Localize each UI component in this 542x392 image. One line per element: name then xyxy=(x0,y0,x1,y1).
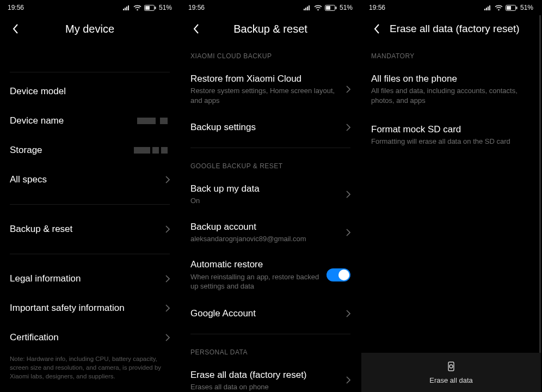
chevron-right-icon xyxy=(165,176,170,183)
row-sub: Erases all data on phone xyxy=(190,382,342,392)
row-backup-my-data[interactable]: Back up my data On xyxy=(181,175,360,213)
row-device-name[interactable]: Device name xyxy=(0,106,180,136)
battery-icon xyxy=(506,5,518,11)
row-label: Backup account xyxy=(190,221,342,233)
chevron-right-icon xyxy=(165,334,170,341)
row-all-files[interactable]: All files on the phone All files and dat… xyxy=(361,65,541,113)
battery-percent: 51% xyxy=(520,4,533,11)
row-label: All specs xyxy=(10,174,161,186)
row-label: Backup settings xyxy=(190,121,342,133)
chevron-right-icon xyxy=(165,275,170,283)
panel-my-device: 19:56 51% My device Device model D xyxy=(0,0,181,392)
row-legal-info[interactable]: Legal information xyxy=(0,264,180,293)
svg-point-12 xyxy=(317,9,319,10)
wifi-icon xyxy=(133,5,141,11)
row-backup-reset[interactable]: Backup & reset xyxy=(0,215,180,244)
status-bar: 19:56 51% xyxy=(0,0,180,15)
row-backup-account[interactable]: Backup account aleksandarognjanovic89@gm… xyxy=(181,213,360,252)
row-certification[interactable]: Certification xyxy=(0,323,180,352)
row-device-model[interactable]: Device model xyxy=(0,77,180,106)
status-time: 19:56 xyxy=(369,4,385,11)
row-label: Device name xyxy=(10,115,137,127)
row-value-redacted xyxy=(137,117,170,126)
row-label: Important safety information xyxy=(10,302,161,314)
row-label: Backup & reset xyxy=(10,223,161,235)
chevron-right-icon xyxy=(165,304,170,312)
status-bar: 19:56 51% xyxy=(361,0,541,15)
row-label: Automatic restore xyxy=(190,259,322,271)
svg-rect-9 xyxy=(305,8,306,10)
row-google-account[interactable]: Google Account xyxy=(181,299,360,328)
status-bar: 19:56 51% xyxy=(181,0,360,15)
svg-rect-14 xyxy=(326,6,330,10)
svg-rect-8 xyxy=(304,9,305,10)
row-label: Certification xyxy=(10,332,161,344)
svg-rect-1 xyxy=(125,8,126,10)
page-title: Erase all data (factory reset) xyxy=(390,23,532,35)
signal-icon xyxy=(123,5,131,10)
section-header-google: GOOGLE BACKUP & RESET xyxy=(181,152,360,175)
svg-point-4 xyxy=(137,9,138,10)
signal-icon xyxy=(484,5,492,10)
battery-percent: 51% xyxy=(340,4,353,11)
svg-rect-2 xyxy=(126,7,127,10)
wifi-icon xyxy=(495,5,503,11)
svg-rect-16 xyxy=(484,9,485,10)
section-header-xiaomi: XIAOMI CLOUD BACKUP xyxy=(181,42,360,65)
erase-button-label: Erase all data xyxy=(429,376,473,384)
row-label: Restore from Xiaomi Cloud xyxy=(190,73,342,85)
header: My device xyxy=(0,15,180,42)
row-sub: On xyxy=(190,196,342,206)
page-title: Backup & reset xyxy=(202,23,338,35)
header: Erase all data (factory reset) xyxy=(361,15,541,42)
row-sub: When reinstalling an app, restore backed… xyxy=(190,272,322,291)
chevron-right-icon xyxy=(346,191,350,198)
panel-erase-all-data: 19:56 51% Erase all data (factory reset)… xyxy=(361,0,542,392)
row-sub: Formatting will erase all data on the SD… xyxy=(371,137,531,146)
row-label: Google Account xyxy=(190,308,342,320)
row-label: Erase all data (factory reset) xyxy=(190,369,342,381)
back-button[interactable] xyxy=(189,22,202,35)
back-button[interactable] xyxy=(370,22,383,35)
row-all-specs[interactable]: All specs xyxy=(0,165,180,194)
svg-rect-15 xyxy=(335,7,336,9)
row-label: Legal information xyxy=(10,273,161,285)
row-sub: aleksandarognjanovic89@gmail.com xyxy=(190,234,342,244)
svg-rect-19 xyxy=(489,5,490,10)
svg-point-20 xyxy=(498,9,500,10)
row-storage[interactable]: Storage xyxy=(0,136,180,165)
page-title: My device xyxy=(22,23,158,35)
battery-percent: 51% xyxy=(159,4,172,11)
row-backup-settings[interactable]: Backup settings xyxy=(181,113,360,142)
chevron-right-icon xyxy=(346,124,350,131)
row-safety-info[interactable]: Important safety information xyxy=(0,293,180,323)
row-label: Device model xyxy=(10,85,168,97)
row-sub: Restore system settings, Home screen lay… xyxy=(190,86,342,105)
chevron-right-icon xyxy=(346,310,350,317)
chevron-right-icon xyxy=(346,85,350,93)
toggle-automatic-restore[interactable] xyxy=(327,268,350,281)
row-label: Format mock SD card xyxy=(371,124,531,136)
svg-point-25 xyxy=(449,365,453,368)
chevron-right-icon xyxy=(346,229,350,236)
scroll-indicator xyxy=(539,15,541,353)
row-label: Back up my data xyxy=(190,183,342,195)
row-format-sd[interactable]: Format mock SD card Formatting will eras… xyxy=(361,113,541,154)
row-erase-all-data[interactable]: Erase all data (factory reset) Erases al… xyxy=(181,362,360,392)
row-automatic-restore[interactable]: Automatic restore When reinstalling an a… xyxy=(181,251,360,298)
back-button[interactable] xyxy=(9,22,22,35)
row-value-redacted xyxy=(134,146,170,155)
svg-rect-11 xyxy=(309,5,310,10)
battery-icon xyxy=(325,5,337,11)
erase-all-data-button[interactable]: Erase all data xyxy=(361,353,541,392)
status-time: 19:56 xyxy=(8,4,24,11)
row-label: All files on the phone xyxy=(371,73,531,85)
svg-rect-22 xyxy=(507,6,511,10)
svg-rect-17 xyxy=(486,8,487,10)
phone-reset-icon xyxy=(446,361,457,374)
row-restore-xiaomi-cloud[interactable]: Restore from Xiaomi Cloud Restore system… xyxy=(181,65,360,113)
svg-rect-0 xyxy=(123,9,124,10)
svg-rect-7 xyxy=(155,7,156,9)
svg-rect-6 xyxy=(145,6,150,10)
svg-rect-23 xyxy=(516,7,517,9)
